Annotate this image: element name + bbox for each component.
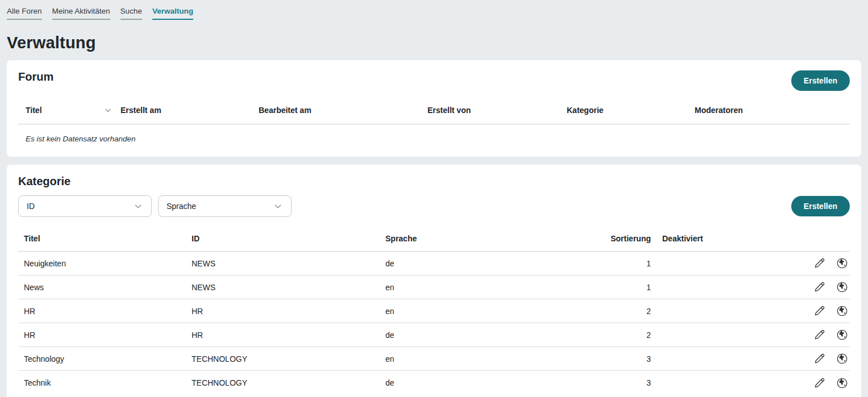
chevron-down-icon	[133, 201, 143, 211]
filter-select-sprache-value: Sprache	[167, 202, 196, 211]
forum-column-kategorie: Kategorie	[567, 106, 695, 115]
tab-alle-foren[interactable]: Alle Foren	[7, 7, 42, 20]
cell-sprache: en	[385, 283, 594, 292]
pencil-icon[interactable]	[812, 352, 826, 366]
table-row: News NEWS en 1	[18, 275, 850, 299]
globe-icon[interactable]	[835, 281, 849, 294]
forum-column-moderatoren: Moderatoren	[695, 106, 842, 115]
kategorie-create-button[interactable]: Erstellen	[791, 196, 850, 216]
forum-column-erstellt-am: Erstellt am	[121, 106, 259, 115]
cell-id: HR	[192, 331, 385, 340]
page-title: Verwaltung	[7, 34, 868, 52]
globe-icon[interactable]	[835, 257, 849, 270]
cell-sprache: en	[385, 307, 594, 316]
cell-titel: Technik	[24, 378, 192, 387]
tab-verwaltung[interactable]: Verwaltung	[152, 7, 193, 20]
filter-select-sprache[interactable]: Sprache	[158, 195, 292, 217]
forum-empty-state: Es ist kein Datensatz vorhanden	[18, 124, 850, 145]
kategorie-table-body: Neuigkeiten NEWS de 1 News NEWS en	[18, 252, 850, 395]
table-row: Neuigkeiten NEWS de 1	[18, 252, 850, 275]
pencil-icon[interactable]	[812, 257, 826, 270]
cell-titel: Neuigkeiten	[24, 259, 192, 268]
forum-column-bearbeitet-am: Bearbeitet am	[259, 106, 427, 115]
pencil-icon[interactable]	[812, 304, 826, 318]
cell-titel: News	[24, 283, 192, 292]
cell-sortierung: 2	[594, 331, 651, 340]
table-row: Technology TECHNOLOGY en 3	[18, 347, 850, 371]
kategorie-table-header: Titel ID Sprache Sortierung Deaktiviert	[18, 234, 850, 252]
kategorie-column-id: ID	[192, 234, 385, 243]
tab-meine-aktivitaeten[interactable]: Meine Aktivitäten	[52, 7, 110, 20]
cell-sprache: de	[385, 259, 594, 268]
filter-select-id[interactable]: ID	[18, 195, 152, 217]
kategorie-card-title: Kategorie	[18, 175, 850, 188]
globe-icon[interactable]	[835, 376, 849, 390]
cell-id: TECHNOLOGY	[192, 354, 385, 363]
table-row: HR HR de 2	[18, 323, 850, 347]
forum-card: Forum Erstellen Titel Erstellt am Bearbe…	[7, 60, 861, 157]
table-row: HR HR en 2	[18, 299, 850, 323]
cell-sprache: en	[385, 354, 594, 363]
kategorie-column-deaktiviert: Deaktiviert	[651, 234, 753, 243]
cell-id: HR	[192, 307, 385, 316]
table-row: Technik TECHNOLOGY de 3	[18, 371, 850, 395]
cell-titel: Technology	[24, 354, 192, 363]
globe-icon[interactable]	[835, 328, 849, 342]
chevron-down-icon	[273, 201, 283, 211]
top-tab-bar: Alle Foren Meine Aktivitäten Suche Verwa…	[0, 0, 868, 20]
cell-id: NEWS	[192, 283, 385, 292]
cell-sortierung: 1	[594, 283, 651, 292]
cell-sprache: de	[385, 378, 594, 387]
cell-sortierung: 3	[594, 354, 651, 363]
pencil-icon[interactable]	[812, 281, 826, 294]
chevron-down-icon[interactable]	[103, 106, 113, 115]
kategorie-column-titel: Titel	[24, 234, 192, 243]
tab-suche[interactable]: Suche	[121, 7, 142, 20]
cell-titel: HR	[24, 307, 192, 316]
forum-column-titel: Titel	[26, 106, 42, 115]
forum-column-erstellt-von: Erstellt von	[427, 106, 567, 115]
globe-icon[interactable]	[835, 352, 849, 366]
cell-id: TECHNOLOGY	[192, 378, 385, 387]
forum-create-button[interactable]: Erstellen	[791, 70, 850, 91]
forum-table-header: Titel Erstellt am Bearbeitet am Erstellt…	[18, 106, 850, 124]
kategorie-column-sortierung: Sortierung	[594, 234, 651, 243]
cell-titel: HR	[24, 331, 192, 340]
cell-sortierung: 1	[594, 259, 651, 268]
pencil-icon[interactable]	[812, 376, 826, 390]
cell-id: NEWS	[192, 259, 385, 268]
cell-sprache: de	[385, 331, 594, 340]
kategorie-column-sprache: Sprache	[385, 234, 594, 243]
cell-sortierung: 3	[594, 378, 651, 387]
pencil-icon[interactable]	[812, 328, 826, 342]
globe-icon[interactable]	[835, 304, 849, 318]
forum-card-title: Forum	[18, 70, 53, 83]
kategorie-card: Kategorie ID Sprache Erstellen Titel ID …	[7, 165, 861, 397]
filter-select-id-value: ID	[27, 202, 35, 211]
cell-sortierung: 2	[594, 307, 651, 316]
